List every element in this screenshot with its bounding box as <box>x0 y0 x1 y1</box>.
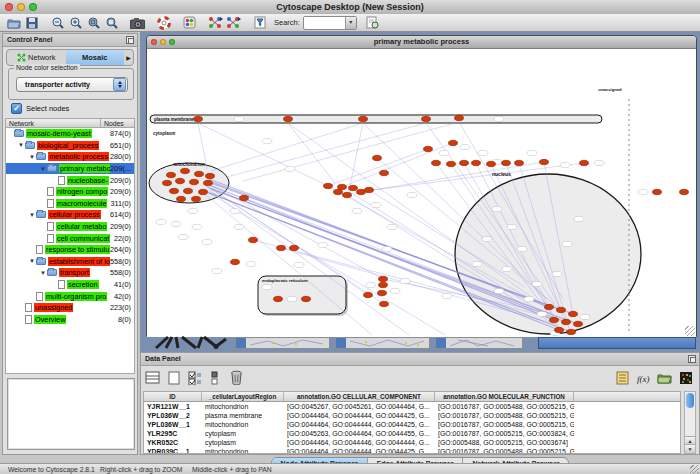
network-node[interactable] <box>365 187 374 192</box>
network-node[interactable] <box>432 160 441 165</box>
tree-item[interactable]: ▼biological_process651(0) <box>6 140 134 152</box>
zoom-out-icon[interactable] <box>50 15 65 30</box>
node-color-dropdown[interactable]: transporter activity <box>16 77 128 92</box>
network-node[interactable] <box>502 160 511 165</box>
table-row[interactable]: YPL036W__2plasma membrane[GO:0044464, GO… <box>144 411 680 420</box>
select-nodes-checkbox[interactable]: ✓ <box>11 103 22 114</box>
duplicate-network-icon[interactable] <box>226 15 241 30</box>
minimized-window-thumb[interactable] <box>335 337 430 349</box>
table-row[interactable]: YLR295Ccytoplasm[GO:0045263, GO:0044464,… <box>144 429 680 438</box>
zoom-in-icon[interactable] <box>68 15 83 30</box>
network-node[interactable] <box>277 245 286 250</box>
zoom-fit-icon[interactable] <box>104 15 119 30</box>
zoom-selected-icon[interactable] <box>86 15 101 30</box>
float-panel-icon[interactable] <box>126 36 134 44</box>
tree-item[interactable]: cell communicat22(0) <box>6 232 134 244</box>
scrollbar-thumb[interactable] <box>686 393 694 408</box>
minimized-window-thumb[interactable] <box>435 337 523 349</box>
tree-item[interactable]: macromolecule311(0) <box>6 198 134 210</box>
new-attribute-icon[interactable] <box>164 368 183 387</box>
column-header-cellular-component[interactable]: annotation.GO CELLULAR_COMPONENT <box>284 392 435 401</box>
network-node[interactable] <box>557 307 566 312</box>
network-node[interactable] <box>422 116 431 121</box>
attribute-batch-icon[interactable] <box>613 368 632 387</box>
network-node[interactable] <box>284 116 293 121</box>
tree-item[interactable]: multi-organism pro42(0) <box>6 290 134 302</box>
tree-item[interactable]: ▼cellular process614(0) <box>6 209 134 221</box>
more-tabs-arrow-icon[interactable]: ▶ <box>124 54 133 61</box>
minimized-window-thumb[interactable] <box>235 337 330 349</box>
network-node[interactable] <box>357 189 366 194</box>
network-node[interactable] <box>562 319 571 324</box>
network-node[interactable] <box>204 180 213 185</box>
matrix-view-icon[interactable] <box>676 368 695 387</box>
tree-item[interactable]: cellular metabo209(0) <box>6 221 134 233</box>
vizmapper-icon[interactable] <box>182 15 197 30</box>
select-all-attributes-icon[interactable] <box>185 368 204 387</box>
table-row[interactable]: YPL036W__1mitochondrion[GO:0044464, GO:0… <box>144 420 680 429</box>
network-node[interactable] <box>170 188 179 193</box>
save-session-icon[interactable] <box>24 15 39 30</box>
network-node[interactable] <box>555 327 564 332</box>
network-node[interactable] <box>424 146 433 151</box>
network-node[interactable] <box>163 180 172 185</box>
network-canvas[interactable]: plasma membrane cytoplasm mitochondrion … <box>147 49 696 337</box>
expand-arrow-icon[interactable]: ▼ <box>39 166 47 172</box>
network-node[interactable] <box>680 189 689 194</box>
network-node[interactable] <box>184 188 193 193</box>
tab-mosaic[interactable]: Mosaic <box>66 50 125 65</box>
minimize-network-icon[interactable] <box>160 39 166 45</box>
table-row[interactable]: YJR121W__1mitochondrion[GO:0045267, GO:0… <box>144 402 680 411</box>
network-node[interactable] <box>181 168 190 173</box>
search-config-icon[interactable] <box>365 15 380 30</box>
column-header-molecular-function[interactable]: annotation.GO MOLECULAR_FUNCTION <box>435 392 574 401</box>
network-node[interactable] <box>177 196 186 201</box>
network-node[interactable] <box>359 116 368 121</box>
expand-arrow-icon[interactable]: ▼ <box>28 154 36 160</box>
network-node[interactable] <box>449 140 458 145</box>
network-node[interactable] <box>364 292 373 297</box>
expand-arrow-icon[interactable]: ▼ <box>39 270 47 276</box>
select-attributes-icon[interactable] <box>143 368 162 387</box>
tree-item[interactable]: ▼establishment of lo558(0) <box>6 256 134 268</box>
tree-item[interactable]: response to stimulu264(0) <box>6 244 134 256</box>
network-node[interactable] <box>206 173 215 178</box>
network-node[interactable] <box>515 160 524 165</box>
float-panel-icon[interactable] <box>688 355 696 363</box>
network-node[interactable] <box>302 296 311 301</box>
network-node[interactable] <box>231 259 240 264</box>
open-session-icon[interactable] <box>6 15 21 30</box>
snapshot-camera-icon[interactable] <box>130 15 145 30</box>
network-node[interactable] <box>540 159 549 164</box>
unselect-all-attributes-icon[interactable] <box>206 368 225 387</box>
column-header-region[interactable]: _cellularLayoutRegion <box>202 392 284 401</box>
tree-header-network[interactable]: Network <box>6 119 101 127</box>
import-attributes-icon[interactable] <box>655 368 674 387</box>
network-node[interactable] <box>167 172 176 177</box>
network-node[interactable] <box>580 160 589 165</box>
network-node[interactable] <box>176 178 185 183</box>
help-lifesaver-icon[interactable] <box>156 15 171 30</box>
network-node[interactable] <box>574 321 583 326</box>
tree-item[interactable]: unassigned223(0) <box>6 302 134 314</box>
tree-item[interactable]: Overview8(0) <box>6 314 134 326</box>
tab-network[interactable]: Network <box>7 50 66 65</box>
tree-item[interactable]: nucleobase-209(0) <box>6 174 134 186</box>
tree-header-nodes[interactable]: Nodes <box>101 119 134 127</box>
table-vertical-scrollbar[interactable]: ▲ ▼ <box>684 391 696 454</box>
network-node[interactable] <box>194 116 203 121</box>
network-node[interactable] <box>472 160 481 165</box>
tree-item[interactable]: secretion41(0) <box>6 279 134 291</box>
dropdown-stepper-icon[interactable] <box>113 78 126 91</box>
network-node[interactable] <box>343 192 352 197</box>
network-node[interactable] <box>190 179 199 184</box>
network-node[interactable] <box>324 183 333 188</box>
app-resize-grip[interactable] <box>690 465 699 474</box>
network-node[interactable] <box>380 301 389 306</box>
tree-item[interactable]: mosaic-demo-yeast874(0) <box>6 128 134 140</box>
network-node[interactable] <box>249 237 258 242</box>
network-node[interactable] <box>653 189 662 194</box>
filter-icon[interactable] <box>252 15 267 30</box>
select-nodes-option[interactable]: ✓ Select nodes <box>11 103 69 114</box>
delete-attribute-icon[interactable] <box>227 368 246 387</box>
